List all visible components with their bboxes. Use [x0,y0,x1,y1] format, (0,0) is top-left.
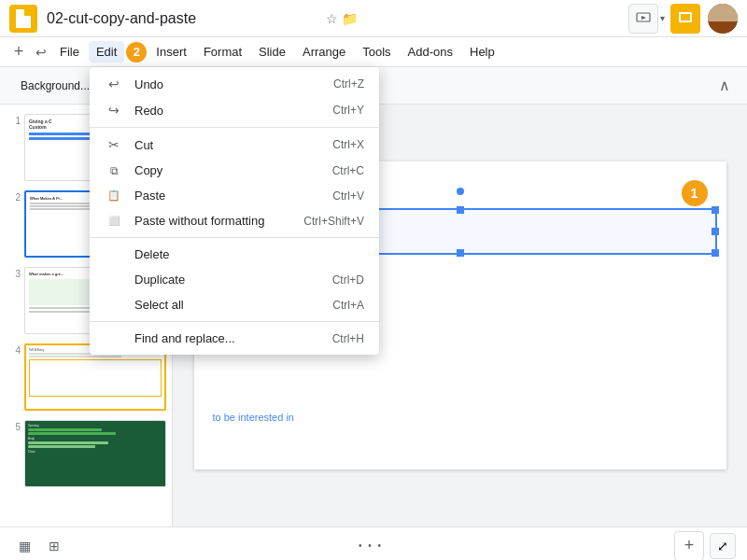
menu-addons[interactable]: Add-ons [401,41,460,63]
paste-icon: 📋 [105,189,123,202]
slide5-body: Body [28,437,162,441]
slide5-bar3 [28,441,108,444]
edit-dropdown-menu: ↩ Undo Ctrl+Z ↪ Redo Ctrl+Y ✂ Cut Ctrl+X… [90,67,379,355]
slide-item-5[interactable]: 5 Opening Body Close [4,418,168,489]
paste-label: Paste [134,189,310,203]
app-icon-inner [16,9,31,28]
copy-shortcut: Ctrl+C [332,164,364,177]
menu-item-copy[interactable]: ⧉ Copy Ctrl+C [90,158,379,183]
redo-shortcut: Ctrl+Y [332,104,364,117]
resize-handle-tm[interactable] [457,206,464,214]
cut-shortcut: Ctrl+X [332,138,364,151]
cut-icon: ✂ [105,137,123,152]
delete-label: Delete [134,247,342,261]
resize-handle-br[interactable] [712,249,719,257]
menu-item-find-replace[interactable]: Find and replace... Ctrl+H [90,326,379,351]
paste-unformatted-icon: ⬜ [105,216,123,226]
duplicate-label: Duplicate [134,273,310,287]
slide-body-text: to be interested in [213,412,294,423]
slide4-box [29,359,162,397]
account-avatar[interactable] [708,4,738,34]
doc-title: 02-cut-copy-and-paste [47,10,318,27]
separator-3 [90,321,379,322]
dots-nav: • • • [359,540,383,551]
resize-handle-tr[interactable] [712,206,719,214]
expand-button[interactable]: ⤢ [710,533,736,559]
redo-label: Redo [134,104,310,118]
menu-file[interactable]: File [52,41,87,63]
resize-handle-bm[interactable] [457,249,464,257]
resize-handle-mr[interactable] [712,228,719,235]
slide-thumb-5[interactable]: Opening Body Close [24,420,166,487]
undo-button[interactable]: ↩ [32,43,50,62]
select-all-label: Select all [134,298,310,312]
separator-1 [90,127,379,128]
undo-label: Undo [134,77,311,91]
slide-nav: ▦ ⊞ [11,533,67,559]
add-slide-button[interactable]: + [674,531,704,561]
slide5-bar4 [28,445,95,448]
menu-item-delete[interactable]: Delete [90,242,379,267]
separator-2 [90,237,379,238]
title-bar: 02-cut-copy-and-paste ☆ 📁 ▾ [0,0,747,37]
slide5-inner: Opening Body Close [25,421,165,486]
copy-icon: ⧉ [105,164,123,177]
present-button[interactable] [628,4,658,34]
slide-number-4: 4 [6,343,21,356]
toolbar2-right: ∧ [713,75,736,97]
menu-item-redo[interactable]: ↪ Redo Ctrl+Y [90,97,379,123]
slide5-bar2 [28,432,116,435]
slide-view-button[interactable]: ▦ [11,533,37,559]
menu-format[interactable]: Format [196,41,249,63]
undo-shortcut: Ctrl+Z [333,77,364,91]
slide5-opening: Opening [28,424,162,427]
rotate-handle[interactable] [457,188,464,195]
background-button[interactable]: Background... [11,76,99,96]
menu-item-cut[interactable]: ✂ Cut Ctrl+X [90,132,379,158]
slide-number-2: 2 [6,190,21,203]
find-replace-label: Find and replace... [134,331,310,345]
paste-unformatted-shortcut: Ctrl+Shift+V [303,215,364,228]
paste-unformatted-label: Paste without formatting [134,214,281,228]
badge-1: 1 [682,180,708,206]
menu-item-paste-unformatted[interactable]: ⬜ Paste without formatting Ctrl+Shift+V [90,208,379,233]
cut-label: Cut [134,138,310,152]
menu-edit[interactable]: Edit [89,41,124,63]
folder-icon[interactable]: 📁 [342,11,358,26]
slide-number-1: 1 [6,114,21,126]
bottom-right: + ⤢ [674,531,736,561]
select-all-shortcut: Ctrl+A [332,299,364,312]
bottom-center: • • • [359,540,383,551]
copy-label: Copy [134,163,310,177]
menu-badge2[interactable]: 2 [126,42,147,63]
collapse-button[interactable]: ∧ [713,75,736,97]
menu-tools[interactable]: Tools [355,41,398,63]
menu-insert[interactable]: Insert [148,41,194,63]
slide-number-5: 5 [6,420,21,432]
menu-item-paste[interactable]: 📋 Paste Ctrl+V [90,183,379,208]
slide5-close: Close [28,450,162,454]
slide-number-3: 3 [6,267,21,279]
duplicate-shortcut: Ctrl+D [332,273,364,287]
slides-button[interactable] [670,4,700,34]
svg-rect-3 [681,14,690,21]
add-button[interactable]: + [7,41,30,63]
menu-bar: + ↩ File Edit 2 Insert Format Slide Arra… [0,37,747,67]
paste-shortcut: Ctrl+V [332,189,364,203]
menu-slide[interactable]: Slide [251,41,293,63]
undo-icon: ↩ [105,77,123,91]
menu-help[interactable]: Help [462,41,502,63]
menu-item-duplicate[interactable]: Duplicate Ctrl+D [90,267,379,292]
menu-item-select-all[interactable]: Select all Ctrl+A [90,292,379,317]
app-icon [9,5,37,33]
menu-item-undo[interactable]: ↩ Undo Ctrl+Z [90,71,379,97]
find-replace-shortcut: Ctrl+H [332,332,364,345]
slide5-bar1 [28,428,102,431]
svg-marker-1 [641,16,646,20]
bottom-bar: ▦ ⊞ • • • + ⤢ [0,526,747,560]
menu-arrange[interactable]: Arrange [295,41,353,63]
grid-view-button[interactable]: ⊞ [41,533,67,559]
redo-icon: ↪ [105,103,123,118]
star-icon[interactable]: ☆ [326,11,338,26]
